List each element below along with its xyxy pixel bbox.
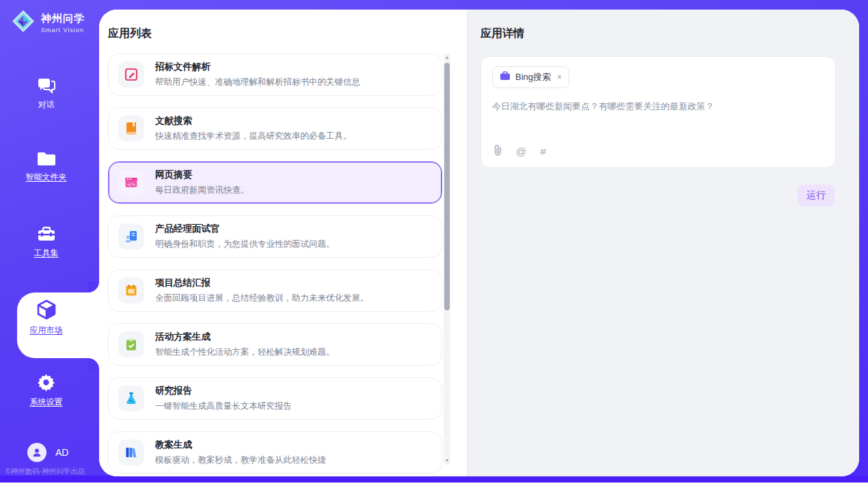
app-card-literature-search[interactable]: 文献搜索 快速精准查找学术资源，提高研究效率的必备工具。 [108, 107, 442, 150]
sidebar-item-label: 对话 [38, 99, 55, 111]
app-list-title: 应用列表 [108, 27, 152, 41]
app-card-pm-interviewer[interactable]: 产品经理面试官 明确身份和职责，为您提供专业性的面试问题。 [108, 215, 442, 258]
prompt-input[interactable]: 今日湖北有哪些新闻要点？有哪些需要关注的最新政策？ [492, 100, 824, 113]
app-list: 招标文件解析 帮助用户快速、准确地理解和解析招标书中的关键信息 文献搜索 快速精… [108, 53, 444, 476]
clipboard-check-icon [118, 331, 144, 357]
mention-icon[interactable]: @ [516, 146, 526, 157]
app-card-event-plan[interactable]: 活动方案生成 智能生成个性化活动方案，轻松解决规划难题。 [108, 323, 442, 366]
app-name: 招标文件解析 [155, 61, 360, 73]
app-name: 教案生成 [155, 439, 326, 451]
app-description: 全面回顾项目进展，总结经验教训，助力未来优化发展。 [155, 293, 369, 304]
active-nav-flare-top [88, 282, 99, 293]
app-card-web-summary[interactable]: </> 网页摘要 每日政府新闻资讯快查。 [108, 161, 442, 204]
scrollbar-down-icon[interactable]: ▼ [444, 457, 450, 465]
app-card-bid-analysis[interactable]: 招标文件解析 帮助用户快速、准确地理解和解析招标书中的关键信息 [108, 53, 442, 96]
app-description: 模板驱动，教案秒成，教学准备从此轻松快捷 [155, 455, 326, 466]
browser-code-icon: </> [118, 170, 144, 195]
brand-name: 神州问学 [41, 12, 85, 25]
avatar [27, 443, 46, 462]
app-description: 快速精准查找学术资源，提高研究效率的必备工具。 [155, 131, 352, 142]
briefcase-icon [500, 71, 511, 83]
run-button[interactable]: 运行 [798, 185, 835, 206]
main-panel: 应用列表 招标文件解析 帮助用户快速、准确地理解和解析招标书中的关键信息 [99, 10, 859, 476]
sidebar-item-label: 应用市场 [30, 325, 63, 336]
document-pen-icon [118, 62, 144, 87]
active-nav-flare-bottom [88, 358, 99, 369]
flask-icon [118, 385, 144, 411]
paperclip-icon[interactable] [493, 145, 502, 158]
sidebar-item-label: 智能文件夹 [26, 172, 67, 183]
app-name: 研究报告 [155, 385, 292, 397]
app-description: 每日政府新闻资讯快查。 [155, 185, 249, 196]
brand-subtitle: Smart Vision [41, 27, 85, 33]
user-account[interactable]: AD [27, 443, 68, 462]
sidebar-item-smart-folder[interactable]: 智能文件夹 [0, 150, 92, 183]
svg-text:</>: </> [127, 182, 135, 187]
scrollbar[interactable]: ▲ ▼ [444, 53, 450, 465]
books-icon [118, 439, 144, 465]
toolbox-icon [37, 226, 56, 243]
bottom-strip [0, 476, 868, 483]
scrollbar-up-icon[interactable]: ▲ [444, 53, 450, 62]
tool-tag-bing-search[interactable]: Bing搜索 × [492, 66, 569, 88]
book-icon [118, 116, 144, 141]
app-description: 一键智能生成高质量长文本研究报告 [155, 401, 292, 412]
tag-close-icon[interactable]: × [557, 72, 562, 82]
sidebar-item-settings[interactable]: 系统设置 [0, 373, 92, 408]
app-description: 帮助用户快速、准确地理解和解析招标书中的关键信息 [155, 77, 360, 88]
app-name: 项目总结汇报 [155, 277, 369, 289]
sidebar-item-label: 工具集 [34, 247, 59, 259]
prompt-card: Bing搜索 × 今日湖北有哪些新闻要点？有哪些需要关注的最新政策？ @ # [480, 56, 836, 168]
app-detail-title: 应用详情 [480, 27, 524, 41]
app-detail-pane: 应用详情 Bing搜索 × 今日湖北有哪些新闻要点？有哪些需要关注的最新政策？ [467, 10, 859, 476]
user-name: AD [55, 447, 68, 458]
copyright-text: ©神州数码·神州问学出品 [5, 467, 85, 476]
cube-icon [36, 299, 57, 320]
app-description: 明确身份和职责，为您提供专业性的面试问题。 [155, 239, 335, 250]
tag-label: Bing搜索 [515, 71, 551, 83]
brand-logo: 神州问学 Smart Vision [11, 9, 85, 36]
gear-icon [37, 373, 55, 392]
app-name: 网页摘要 [155, 169, 249, 181]
note-icon [118, 277, 144, 303]
app-card-project-summary[interactable]: 项目总结汇报 全面回顾项目进展，总结经验教训，助力未来优化发展。 [108, 269, 442, 312]
sidebar-item-app-market[interactable]: 应用市场 [0, 299, 92, 336]
logo-diamond-icon [11, 9, 36, 36]
hash-icon[interactable]: # [540, 146, 545, 157]
chat-icon [37, 77, 56, 94]
folder-icon [37, 150, 56, 167]
app-description: 智能生成个性化活动方案，轻松解决规划难题。 [155, 347, 335, 358]
scrollbar-thumb[interactable] [444, 63, 450, 310]
interviewer-icon [118, 223, 144, 249]
app-name: 文献搜索 [155, 115, 352, 127]
sidebar-item-chat[interactable]: 对话 [0, 77, 92, 111]
app-name: 活动方案生成 [155, 331, 335, 343]
app-card-lesson-plan[interactable]: 教案生成 模板驱动，教案秒成，教学准备从此轻松快捷 [108, 431, 442, 474]
sidebar: 神州问学 Smart Vision 对话 智能文件夹 [0, 0, 99, 483]
app-card-research-report[interactable]: 研究报告 一键智能生成高质量长文本研究报告 [108, 377, 442, 420]
sidebar-item-toolset[interactable]: 工具集 [0, 226, 92, 259]
sidebar-item-label: 系统设置 [30, 396, 63, 408]
app-list-pane: 应用列表 招标文件解析 帮助用户快速、准确地理解和解析招标书中的关键信息 [99, 10, 467, 476]
app-name: 产品经理面试官 [155, 223, 335, 235]
